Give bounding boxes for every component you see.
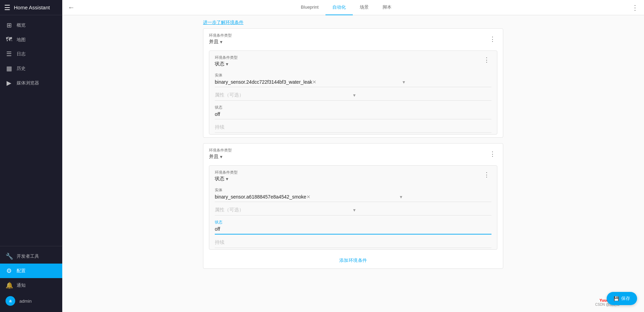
inner-card1-menu-icon[interactable]: ⋮ bbox=[482, 55, 491, 65]
duration-field-2: 持续 bbox=[209, 236, 497, 249]
attribute-placeholder-1: 属性（可选） bbox=[215, 92, 353, 98]
status-label-2: 状态 bbox=[215, 220, 491, 225]
duration-value-2: 持续 bbox=[215, 239, 491, 248]
card1-condition-select[interactable]: 并且 bbox=[209, 39, 219, 45]
card1-condition-type: 环境条件类型 并且 ▾ bbox=[209, 33, 232, 45]
sidebar-item-label: 配置 bbox=[17, 268, 26, 274]
add-condition-button[interactable]: 添加环境条件 bbox=[203, 253, 503, 268]
more-menu-button[interactable]: ⋮ bbox=[629, 1, 641, 14]
card2-condition-select[interactable]: 并且 bbox=[209, 154, 219, 160]
sidebar-item-config[interactable]: ⚙ 配置 bbox=[0, 264, 62, 278]
status-value-2[interactable]: off bbox=[215, 226, 491, 235]
entity-clear-1[interactable]: ✕ bbox=[312, 79, 401, 85]
entity-clear-2[interactable]: ✕ bbox=[306, 194, 398, 200]
entity-value-1: binary_sensor.24dcc722f3144bf3_water_lea… bbox=[215, 79, 491, 87]
status-value-1: off bbox=[215, 111, 491, 119]
attribute-dropdown-2[interactable]: ▾ bbox=[353, 207, 491, 213]
sidebar: ☰ Home Assistant ⊞ 概览 🗺 地图 ☰ 日志 ▦ 历史 ▶ 媒… bbox=[0, 0, 62, 312]
tab-scene[interactable]: 场景 bbox=[353, 0, 376, 15]
attribute-dropdown-1[interactable]: ▾ bbox=[353, 92, 491, 98]
inner-card1-select-row: 状态 ▾ bbox=[215, 61, 238, 67]
content: 进一步了解环境条件 环境条件类型 并且 ▾ ⋮ bbox=[62, 15, 644, 312]
status-text-2: off bbox=[215, 226, 491, 232]
topbar: ← Blueprint 自动化 场景 脚本 ⋮ bbox=[62, 0, 644, 15]
card2-condition-type-label: 环境条件类型 bbox=[209, 148, 232, 153]
tab-script[interactable]: 脚本 bbox=[376, 0, 398, 15]
tab-blueprint[interactable]: Blueprint bbox=[294, 0, 325, 15]
entity-text-2: binary_sensor.a61888457e8a4542_smoke bbox=[215, 194, 306, 200]
sidebar-item-label: 媒体浏览器 bbox=[17, 80, 39, 86]
sidebar-item-overview[interactable]: ⊞ 概览 bbox=[0, 18, 62, 33]
avatar: a bbox=[6, 296, 15, 306]
sidebar-item-devtools[interactable]: 🔧 开发者工具 bbox=[0, 249, 62, 264]
entity-dropdown-2[interactable]: ▾ bbox=[400, 194, 491, 200]
attribute-value-2: 属性（可选） ▾ bbox=[215, 206, 491, 215]
inner-card1-dropdown-arrow[interactable]: ▾ bbox=[226, 61, 228, 67]
history-icon: ▦ bbox=[6, 65, 12, 72]
entity-label-2: 实体 bbox=[215, 187, 491, 193]
attribute-value-1: 属性（可选） ▾ bbox=[215, 91, 491, 101]
main: ← Blueprint 自动化 场景 脚本 ⋮ 进一步了解环境条件 环境条件类型… bbox=[62, 0, 644, 312]
inner-card-1: 环境条件类型 状态 ▾ ⋮ 实体 binary_sensor.24dcc722f… bbox=[209, 51, 497, 135]
tab-automation[interactable]: 自动化 bbox=[325, 0, 353, 15]
user-label: admin bbox=[19, 299, 31, 304]
entity-field-1: 实体 binary_sensor.24dcc722f3144bf3_water_… bbox=[209, 70, 497, 89]
content-inner: 进一步了解环境条件 环境条件类型 并且 ▾ ⋮ bbox=[197, 15, 509, 295]
sidebar-item-map[interactable]: 🗺 地图 bbox=[0, 33, 62, 47]
sidebar-header: ☰ Home Assistant bbox=[0, 0, 62, 15]
inner-card2-condition-select[interactable]: 状态 bbox=[215, 176, 224, 182]
card1-header: 环境条件类型 并且 ▾ ⋮ bbox=[203, 29, 503, 48]
sidebar-user[interactable]: a admin bbox=[0, 293, 62, 309]
card1-condition-type-label: 环境条件类型 bbox=[209, 33, 232, 38]
inner-card2-type-label: 环境条件类型 bbox=[215, 170, 238, 175]
inner-card1-type: 环境条件类型 状态 ▾ bbox=[215, 55, 238, 67]
condition-card-1: 环境条件类型 并且 ▾ ⋮ 环境条件类型 状态 bbox=[203, 28, 503, 138]
attribute-field-1: 属性（可选） ▾ bbox=[209, 89, 497, 102]
inner-card2-type: 环境条件类型 状态 ▾ bbox=[215, 170, 238, 182]
status-label-1: 状态 bbox=[215, 105, 491, 110]
attribute-field-2: 属性（可选） ▾ bbox=[209, 203, 497, 217]
duration-field-1: 持续 bbox=[209, 121, 497, 134]
learn-link[interactable]: 进一步了解环境条件 bbox=[203, 15, 243, 28]
config-icon: ⚙ bbox=[6, 267, 12, 275]
card2-dropdown-arrow[interactable]: ▾ bbox=[220, 154, 222, 159]
card1-dropdown-arrow[interactable]: ▾ bbox=[220, 39, 222, 45]
sidebar-item-notify[interactable]: 🔔 通知 bbox=[0, 278, 62, 293]
inner-card2-dropdown-arrow[interactable]: ▾ bbox=[226, 176, 228, 182]
card2-header: 环境条件类型 并且 ▾ ⋮ bbox=[203, 144, 503, 163]
save-button[interactable]: 💾 保存 bbox=[607, 292, 637, 305]
sidebar-item-label: 开发者工具 bbox=[17, 253, 39, 259]
inner-card2-menu-icon[interactable]: ⋮ bbox=[482, 170, 491, 180]
sidebar-item-log[interactable]: ☰ 日志 bbox=[0, 47, 62, 61]
devtools-icon: 🔧 bbox=[6, 253, 12, 260]
sidebar-item-label: 通知 bbox=[17, 282, 26, 288]
duration-value-1: 持续 bbox=[215, 123, 491, 133]
sidebar-item-label: 地图 bbox=[17, 37, 26, 43]
entity-label-1: 实体 bbox=[215, 73, 491, 78]
hamburger-icon[interactable]: ☰ bbox=[4, 3, 10, 12]
card1-menu-icon[interactable]: ⋮ bbox=[488, 34, 497, 44]
card2-menu-icon[interactable]: ⋮ bbox=[488, 149, 497, 159]
sidebar-item-history[interactable]: ▦ 历史 bbox=[0, 61, 62, 76]
sidebar-item-media[interactable]: ▶ 媒体浏览器 bbox=[0, 76, 62, 90]
back-button[interactable]: ← bbox=[65, 1, 77, 14]
condition-card-2: 环境条件类型 并且 ▾ ⋮ 环境条件类型 状态 bbox=[203, 143, 503, 269]
save-icon: 💾 bbox=[614, 296, 619, 301]
topbar-tabs: Blueprint 自动化 场景 脚本 bbox=[294, 0, 398, 15]
card2-select-row: 并且 ▾ bbox=[209, 154, 232, 160]
card1-select-row: 并且 ▾ bbox=[209, 39, 232, 45]
sidebar-bottom: 🔧 开发者工具 ⚙ 配置 🔔 通知 a admin bbox=[0, 246, 62, 312]
attribute-placeholder-2: 属性（可选） bbox=[215, 207, 353, 213]
log-icon: ☰ bbox=[6, 50, 12, 58]
entity-dropdown-1[interactable]: ▾ bbox=[403, 79, 491, 85]
overview-icon: ⊞ bbox=[6, 21, 12, 29]
sidebar-item-label: 历史 bbox=[17, 65, 26, 72]
status-field-1: 状态 off bbox=[209, 102, 497, 121]
inner-card2-header: 环境条件类型 状态 ▾ ⋮ bbox=[209, 166, 497, 185]
inner-card-2: 环境条件类型 状态 ▾ ⋮ 实体 binary_sensor.a61888457… bbox=[209, 165, 497, 250]
entity-field-2: 实体 binary_sensor.a61888457e8a4542_smoke … bbox=[209, 185, 497, 203]
sidebar-item-label: 概览 bbox=[17, 22, 26, 28]
inner-card1-condition-select[interactable]: 状态 bbox=[215, 61, 224, 67]
inner-card1-header: 环境条件类型 状态 ▾ ⋮ bbox=[209, 51, 497, 70]
media-icon: ▶ bbox=[6, 79, 12, 87]
